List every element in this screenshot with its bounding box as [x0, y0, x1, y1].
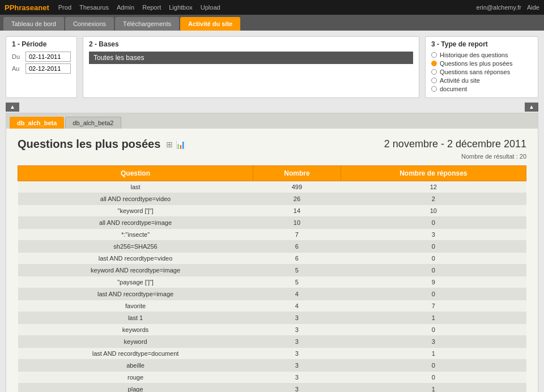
table-row: favorite47	[18, 300, 526, 312]
cell-reponses: 10	[341, 205, 526, 217]
option-document[interactable]: document	[431, 86, 532, 92]
cell-nombre: 6	[253, 241, 341, 253]
top-navigation: PPhraseanet Prod Thesaurus Admin Report …	[0, 0, 544, 15]
col-reponses[interactable]: Nombre de réponses	[341, 166, 526, 181]
cell-question: "paysage [']"]	[18, 276, 253, 288]
table-row: rouge30	[18, 372, 526, 384]
cell-nombre: 4	[253, 300, 341, 312]
cell-reponses: 0	[341, 253, 526, 265]
cell-nombre: 499	[253, 181, 341, 193]
cell-nombre: 26	[253, 193, 341, 205]
bases-section: 2 - Bases Toutes les bases	[83, 36, 419, 98]
bases-dropdown[interactable]: Toutes les bases	[89, 52, 413, 64]
cell-reponses: 0	[341, 288, 526, 300]
tab-activite-du-site[interactable]: Activité du site	[180, 17, 240, 31]
table-row: "paysage [']"]59	[18, 276, 526, 288]
radio-activite	[431, 78, 437, 83]
table-row: last 131	[18, 312, 526, 324]
report-title: Questions les plus posées	[18, 138, 160, 151]
cell-question: last 1	[18, 312, 253, 324]
table-row: keyword33	[18, 336, 526, 348]
report-header: Questions les plus posées ⊞ 📊 2 novembre…	[18, 138, 526, 151]
option-sans-reponses[interactable]: Questions sans réponses	[431, 69, 532, 75]
chart-icon[interactable]: 📊	[176, 140, 185, 149]
option-label-historique: Historique des questions	[440, 52, 508, 58]
radio-plus-posees	[431, 61, 437, 66]
cell-question: all AND recordtype=image	[18, 217, 253, 229]
cell-nombre: 5	[253, 276, 341, 288]
cell-reponses: 0	[341, 324, 526, 336]
cell-reponses: 1	[341, 348, 526, 360]
option-plus-posees[interactable]: Questions les plus posées	[431, 60, 532, 67]
nav-menu: Prod Thesaurus Admin Report Lightbox Upl…	[58, 4, 477, 11]
au-input[interactable]	[26, 63, 71, 74]
subtab-db-alch-beta[interactable]: db_alch_beta	[10, 117, 64, 129]
au-row: Au	[12, 63, 71, 74]
option-historique[interactable]: Historique des questions	[431, 52, 532, 58]
du-input[interactable]	[26, 52, 71, 62]
nav-lightbox[interactable]: Lightbox	[169, 4, 193, 11]
tab-tableau-de-bord[interactable]: Tableau de bord	[3, 17, 64, 31]
table-row: *:"insecte"73	[18, 229, 526, 241]
cell-reponses: 0	[341, 217, 526, 229]
brand-name: Phraseanet	[10, 3, 49, 12]
radio-historique	[431, 52, 437, 58]
col-nombre[interactable]: Nombre	[253, 166, 341, 181]
table-row: abeille30	[18, 360, 526, 372]
table-row: keywords30	[18, 324, 526, 336]
scroll-up-left[interactable]: ▲	[6, 103, 19, 112]
sub-tabs: db_alch_beta db_alch_beta2	[6, 113, 538, 129]
subtab-db-alch-beta2[interactable]: db_alch_beta2	[65, 117, 121, 129]
cell-question: last AND recordtype=video	[18, 253, 253, 265]
table-row: keyword AND recordtype=image50	[18, 265, 526, 276]
scroll-up-right[interactable]: ▲	[525, 103, 538, 112]
cell-nombre: 5	[253, 265, 341, 276]
period-section: 1 - Période Du Au	[6, 36, 77, 98]
col-question[interactable]: Question	[18, 166, 253, 181]
brand-logo: PPhraseanet	[5, 3, 49, 12]
au-label: Au	[12, 65, 22, 72]
cell-question: "keyword [']"]	[18, 205, 253, 217]
nav-thesaurus[interactable]: Thesaurus	[79, 4, 109, 11]
cell-reponses: 2	[341, 193, 526, 205]
help-link[interactable]: Aide	[527, 4, 539, 11]
report-content: Questions les plus posées ⊞ 📊 2 novembre…	[6, 129, 538, 392]
tab-telechargements[interactable]: Téléchargements	[115, 17, 179, 31]
filters-row: 1 - Période Du Au 2 - Bases Toutes les b…	[6, 36, 538, 98]
report-icons: ⊞ 📊	[166, 140, 185, 149]
results-table: Question Nombre Nombre de réponses last4…	[18, 165, 526, 392]
table-row: "keyword [']"]1410	[18, 205, 526, 217]
du-row: Du	[12, 52, 71, 62]
cell-reponses: 0	[341, 372, 526, 384]
cell-question: rouge	[18, 372, 253, 384]
cell-question: abeille	[18, 360, 253, 372]
table-row: all AND recordtype=image100	[18, 217, 526, 229]
option-activite[interactable]: Activité du site	[431, 77, 532, 84]
option-label-document: document	[440, 86, 467, 92]
cell-nombre: 3	[253, 336, 341, 348]
cell-question: keyword	[18, 336, 253, 348]
table-row: plage31	[18, 384, 526, 393]
cell-question: plage	[18, 384, 253, 393]
option-label-sans-reponses: Questions sans réponses	[440, 69, 510, 75]
nav-upload[interactable]: Upload	[201, 4, 220, 11]
main-content: 1 - Période Du Au 2 - Bases Toutes les b…	[0, 31, 544, 392]
cell-question: favorite	[18, 300, 253, 312]
cell-reponses: 3	[341, 229, 526, 241]
cell-nombre: 3	[253, 384, 341, 393]
cell-reponses: 3	[341, 336, 526, 348]
nav-prod[interactable]: Prod	[58, 4, 71, 11]
cell-question: sh256=SHA256	[18, 241, 253, 253]
nav-report[interactable]: Report	[142, 4, 161, 11]
user-email[interactable]: erin@alchemy.fr	[477, 4, 521, 11]
cell-question: *:"insecte"	[18, 229, 253, 241]
table-row: last49912	[18, 181, 526, 193]
cell-nombre: 6	[253, 253, 341, 265]
report-type-section: 3 - Type de report Historique des questi…	[425, 36, 538, 98]
table-icon[interactable]: ⊞	[166, 140, 173, 149]
cell-reponses: 1	[341, 384, 526, 393]
cell-nombre: 3	[253, 348, 341, 360]
nav-admin[interactable]: Admin	[117, 4, 134, 11]
tab-connexions[interactable]: Connexions	[65, 17, 114, 31]
cell-reponses: 7	[341, 300, 526, 312]
